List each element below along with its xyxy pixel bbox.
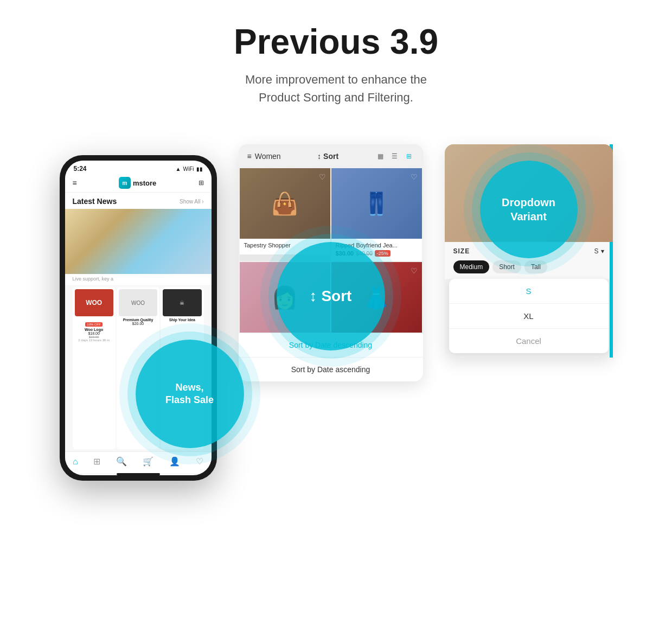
product-price: $18.00 <box>75 331 113 335</box>
two-column-view-icon[interactable]: ▦ <box>375 151 386 162</box>
phone-nav-bar: ≡ m mstore ⊞ <box>65 175 212 193</box>
sort-button[interactable]: ↕ Sort <box>317 152 338 161</box>
phone-bottom-nav: ⌂ ⊞ 🔍 🛒 👤 ♡ <box>65 451 212 473</box>
home-indicator-bar <box>117 473 160 475</box>
cart-icon[interactable]: 🛒 <box>143 456 153 467</box>
page-subtitle: More improvement to enhance the Product … <box>234 71 438 106</box>
wishlist-icon[interactable]: ♡ <box>196 456 203 467</box>
wishlist-heart-icon[interactable]: ♡ <box>411 173 418 181</box>
categories-icon[interactable]: ⊞ <box>93 456 100 467</box>
content-area: 5:24 ▲ WiFi ▮▮ ≡ m mstore ⊞ <box>11 139 661 481</box>
page-title: Previous 3.9 <box>234 22 438 62</box>
chip-short[interactable]: Short <box>492 260 521 273</box>
search-icon[interactable]: 🔍 <box>116 456 127 467</box>
news-flash-sale-circle: News, Flash Sale <box>136 340 244 448</box>
sort-by-date-asc[interactable]: Sort by Date ascending <box>239 357 423 381</box>
option-cancel[interactable]: Cancel <box>449 329 609 353</box>
sort-panel-header: ≡ Women ↕ Sort ▦ ☰ ⊞ <box>239 144 423 168</box>
show-all-link[interactable]: Show All › <box>180 199 203 205</box>
list-view-icon[interactable]: ☰ <box>389 151 400 162</box>
sort-circle: ↕ Sort <box>277 242 385 350</box>
menu-icon[interactable]: ≡ <box>73 178 77 187</box>
option-s[interactable]: S <box>449 279 609 304</box>
phone-description: Live support, key a <box>65 274 212 285</box>
phone-hero-image <box>65 209 212 274</box>
section-title: Latest News <box>73 197 117 206</box>
product-name: Premium Quality <box>119 318 157 322</box>
chip-tall[interactable]: Tall <box>524 260 547 273</box>
home-icon[interactable]: ⌂ <box>73 457 78 467</box>
size-dropdown-options: S XL Cancel <box>449 279 609 353</box>
mstore-cube-icon: m <box>119 177 131 189</box>
product-image-bag: 👜 <box>240 168 330 239</box>
mstore-text: mstore <box>133 179 156 187</box>
wishlist-heart-icon[interactable]: ♡ <box>411 266 418 275</box>
phone-status-bar: 5:24 ▲ WiFi ▮▮ <box>65 161 212 175</box>
hero-image-content <box>65 209 212 274</box>
product-name: Ship Your Idea <box>163 318 201 322</box>
phone-status-icons: ▲ WiFi ▮▮ <box>176 166 203 172</box>
product-image-jeans: 👖 <box>331 168 422 239</box>
phone-section-header: Latest News Show All › <box>65 193 212 209</box>
phone-time: 5:24 <box>74 165 87 173</box>
page-header: Previous 3.9 More improvement to enhance… <box>234 22 438 106</box>
product-name: Woo Logo <box>75 328 113 331</box>
phone-mockup: 5:24 ▲ WiFi ▮▮ ≡ m mstore ⊞ <box>60 155 217 481</box>
mstore-logo: m mstore <box>119 177 156 189</box>
view-toggle-icons: ▦ ☰ ⊞ <box>375 151 414 162</box>
product-image-red: WOO <box>75 289 113 316</box>
dropdown-variant-circle: Dropdown Variant <box>480 161 578 258</box>
size-value[interactable]: S ▾ <box>594 247 604 255</box>
product-image-white: WOO <box>119 289 157 316</box>
sort-panel-mockup: ≡ Women ↕ Sort ▦ ☰ ⊞ 👜 <box>239 144 423 381</box>
grid-icon[interactable]: ⊞ <box>199 179 204 187</box>
list-item: WOO 10% OFF Woo Logo $18.00 $20.00 2 day… <box>73 287 116 449</box>
wishlist-heart-icon[interactable]: ♡ <box>319 173 326 181</box>
grid-view-icon[interactable]: ⊞ <box>404 151 414 162</box>
product-timer: 2 days 13 hours 36 m <box>75 339 113 342</box>
filter-button[interactable]: ≡ Women <box>247 152 281 161</box>
dropdown-variant-mockup: SIZE S ▾ Medium Short Tall S XL Cancel D <box>445 144 613 358</box>
chip-medium[interactable]: Medium <box>453 260 490 273</box>
size-chips: Medium Short Tall <box>445 260 613 279</box>
size-label: SIZE <box>453 247 470 255</box>
option-xl[interactable]: XL <box>449 304 609 329</box>
product-image-black: ☠ <box>163 289 201 316</box>
account-icon[interactable]: 👤 <box>169 456 180 467</box>
product-price: $20.00 <box>119 322 157 326</box>
sale-badge: 10% OFF <box>85 322 103 327</box>
discount-badge: -25% <box>375 250 391 257</box>
